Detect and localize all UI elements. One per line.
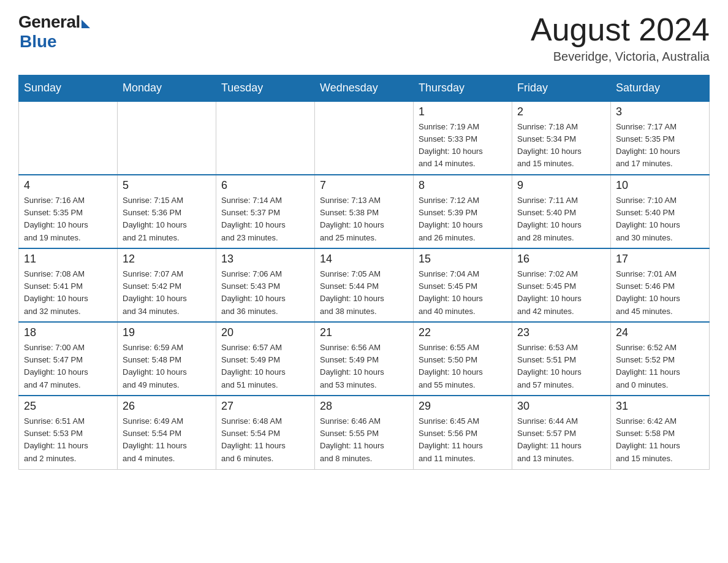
calendar-cell: 2Sunrise: 7:18 AMSunset: 5:34 PMDaylight… [512, 101, 611, 175]
calendar-cell: 29Sunrise: 6:45 AMSunset: 5:56 PMDayligh… [414, 396, 512, 469]
day-number: 21 [320, 326, 408, 339]
day-number: 2 [517, 105, 605, 118]
calendar-cell: 19Sunrise: 6:59 AMSunset: 5:48 PMDayligh… [118, 322, 216, 396]
title-block: August 2024 Beveridge, Victoria, Austral… [531, 12, 710, 64]
day-number: 24 [616, 326, 704, 339]
day-number: 1 [419, 105, 507, 118]
calendar-cell: 26Sunrise: 6:49 AMSunset: 5:54 PMDayligh… [118, 396, 216, 469]
calendar-row-4: 18Sunrise: 7:00 AMSunset: 5:47 PMDayligh… [19, 322, 710, 396]
calendar-cell: 4Sunrise: 7:16 AMSunset: 5:35 PMDaylight… [19, 175, 118, 248]
calendar-row-3: 11Sunrise: 7:08 AMSunset: 5:41 PMDayligh… [19, 248, 710, 322]
calendar-cell: 18Sunrise: 7:00 AMSunset: 5:47 PMDayligh… [19, 322, 118, 396]
day-number: 13 [221, 253, 309, 266]
day-number: 14 [320, 253, 408, 266]
calendar-cell [315, 101, 414, 175]
col-header-monday: Monday [118, 75, 216, 102]
calendar-cell: 30Sunrise: 6:44 AMSunset: 5:57 PMDayligh… [512, 396, 611, 469]
month-title: August 2024 [531, 12, 710, 47]
calendar-cell: 23Sunrise: 6:53 AMSunset: 5:51 PMDayligh… [512, 322, 611, 396]
location-text: Beveridge, Victoria, Australia [531, 50, 710, 64]
day-info: Sunrise: 6:46 AMSunset: 5:55 PMDaylight:… [320, 415, 408, 465]
day-number: 19 [123, 326, 211, 339]
day-info: Sunrise: 6:52 AMSunset: 5:52 PMDaylight:… [616, 342, 704, 391]
day-info: Sunrise: 7:04 AMSunset: 5:45 PMDaylight:… [419, 268, 507, 318]
day-info: Sunrise: 6:55 AMSunset: 5:50 PMDaylight:… [419, 342, 507, 391]
day-number: 5 [123, 179, 211, 192]
logo-arrow-icon [82, 20, 90, 28]
calendar-cell: 27Sunrise: 6:48 AMSunset: 5:54 PMDayligh… [216, 396, 315, 469]
calendar-cell [19, 101, 118, 175]
day-number: 30 [517, 400, 605, 413]
day-number: 22 [419, 326, 507, 339]
calendar-cell: 14Sunrise: 7:05 AMSunset: 5:44 PMDayligh… [315, 248, 414, 322]
logo: General Blue [18, 12, 90, 52]
day-info: Sunrise: 7:08 AMSunset: 5:41 PMDaylight:… [24, 268, 112, 318]
day-info: Sunrise: 6:49 AMSunset: 5:54 PMDaylight:… [123, 415, 211, 465]
col-header-sunday: Sunday [19, 75, 118, 102]
calendar-cell: 10Sunrise: 7:10 AMSunset: 5:40 PMDayligh… [611, 175, 710, 248]
day-number: 26 [123, 400, 211, 413]
page-header: General Blue August 2024 Beveridge, Vict… [18, 12, 710, 64]
day-number: 11 [24, 253, 112, 266]
day-number: 3 [616, 105, 704, 118]
logo-blue-text: Blue [20, 32, 57, 52]
day-number: 25 [24, 400, 112, 413]
col-header-tuesday: Tuesday [216, 75, 315, 102]
day-info: Sunrise: 6:45 AMSunset: 5:56 PMDaylight:… [419, 415, 507, 465]
day-info: Sunrise: 6:44 AMSunset: 5:57 PMDaylight:… [517, 415, 605, 465]
day-number: 29 [419, 400, 507, 413]
calendar-cell: 1Sunrise: 7:19 AMSunset: 5:33 PMDaylight… [414, 101, 512, 175]
calendar-cell: 8Sunrise: 7:12 AMSunset: 5:39 PMDaylight… [414, 175, 512, 248]
day-number: 9 [517, 179, 605, 192]
day-info: Sunrise: 7:15 AMSunset: 5:36 PMDaylight:… [123, 194, 211, 244]
calendar-cell: 28Sunrise: 6:46 AMSunset: 5:55 PMDayligh… [315, 396, 414, 469]
calendar-cell: 11Sunrise: 7:08 AMSunset: 5:41 PMDayligh… [19, 248, 118, 322]
day-info: Sunrise: 6:59 AMSunset: 5:48 PMDaylight:… [123, 342, 211, 391]
day-number: 10 [616, 179, 704, 192]
day-info: Sunrise: 6:42 AMSunset: 5:58 PMDaylight:… [616, 415, 704, 465]
calendar-cell: 31Sunrise: 6:42 AMSunset: 5:58 PMDayligh… [611, 396, 710, 469]
calendar-cell: 9Sunrise: 7:11 AMSunset: 5:40 PMDaylight… [512, 175, 611, 248]
calendar-row-5: 25Sunrise: 6:51 AMSunset: 5:53 PMDayligh… [19, 396, 710, 469]
calendar-cell: 25Sunrise: 6:51 AMSunset: 5:53 PMDayligh… [19, 396, 118, 469]
calendar-cell: 22Sunrise: 6:55 AMSunset: 5:50 PMDayligh… [414, 322, 512, 396]
calendar-cell: 13Sunrise: 7:06 AMSunset: 5:43 PMDayligh… [216, 248, 315, 322]
calendar-cell: 21Sunrise: 6:56 AMSunset: 5:49 PMDayligh… [315, 322, 414, 396]
calendar-cell: 7Sunrise: 7:13 AMSunset: 5:38 PMDaylight… [315, 175, 414, 248]
day-info: Sunrise: 6:51 AMSunset: 5:53 PMDaylight:… [24, 415, 112, 465]
day-number: 20 [221, 326, 309, 339]
logo-general-text: General [18, 12, 80, 32]
day-info: Sunrise: 7:00 AMSunset: 5:47 PMDaylight:… [24, 342, 112, 391]
calendar-table: SundayMondayTuesdayWednesdayThursdayFrid… [18, 75, 710, 470]
day-number: 15 [419, 253, 507, 266]
day-number: 23 [517, 326, 605, 339]
day-number: 7 [320, 179, 408, 192]
day-info: Sunrise: 7:05 AMSunset: 5:44 PMDaylight:… [320, 268, 408, 318]
day-info: Sunrise: 6:56 AMSunset: 5:49 PMDaylight:… [320, 342, 408, 391]
day-info: Sunrise: 7:17 AMSunset: 5:35 PMDaylight:… [616, 121, 704, 170]
col-header-thursday: Thursday [414, 75, 512, 102]
day-info: Sunrise: 6:53 AMSunset: 5:51 PMDaylight:… [517, 342, 605, 391]
day-number: 6 [221, 179, 309, 192]
day-info: Sunrise: 7:02 AMSunset: 5:45 PMDaylight:… [517, 268, 605, 318]
calendar-row-2: 4Sunrise: 7:16 AMSunset: 5:35 PMDaylight… [19, 175, 710, 248]
calendar-cell [216, 101, 315, 175]
col-header-saturday: Saturday [611, 75, 710, 102]
day-number: 18 [24, 326, 112, 339]
day-info: Sunrise: 6:48 AMSunset: 5:54 PMDaylight:… [221, 415, 309, 465]
day-info: Sunrise: 7:13 AMSunset: 5:38 PMDaylight:… [320, 194, 408, 244]
day-info: Sunrise: 7:16 AMSunset: 5:35 PMDaylight:… [24, 194, 112, 244]
calendar-cell: 15Sunrise: 7:04 AMSunset: 5:45 PMDayligh… [414, 248, 512, 322]
day-number: 27 [221, 400, 309, 413]
calendar-cell: 16Sunrise: 7:02 AMSunset: 5:45 PMDayligh… [512, 248, 611, 322]
day-info: Sunrise: 7:14 AMSunset: 5:37 PMDaylight:… [221, 194, 309, 244]
day-info: Sunrise: 7:10 AMSunset: 5:40 PMDaylight:… [616, 194, 704, 244]
calendar-header-row: SundayMondayTuesdayWednesdayThursdayFrid… [19, 75, 710, 102]
calendar-cell [118, 101, 216, 175]
calendar-cell: 6Sunrise: 7:14 AMSunset: 5:37 PMDaylight… [216, 175, 315, 248]
calendar-cell: 3Sunrise: 7:17 AMSunset: 5:35 PMDaylight… [611, 101, 710, 175]
day-number: 17 [616, 253, 704, 266]
day-number: 8 [419, 179, 507, 192]
col-header-friday: Friday [512, 75, 611, 102]
day-number: 12 [123, 253, 211, 266]
